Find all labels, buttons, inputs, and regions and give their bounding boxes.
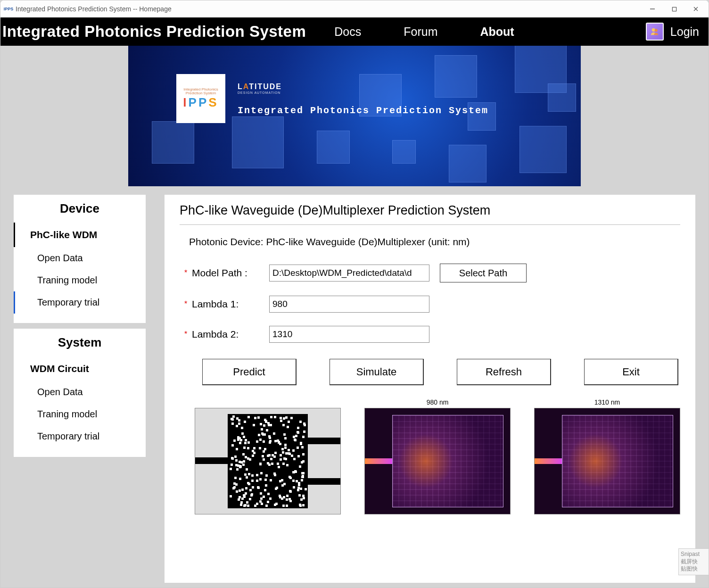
required-marker: *: [180, 330, 192, 339]
window-titlebar: IPPS Integrated Photonics Prediction Sys…: [0, 0, 709, 17]
banner-tagline: Integrated Photonics Prediction System: [238, 105, 488, 116]
window-minimize-button[interactable]: [642, 2, 663, 16]
nav-link-docs[interactable]: Docs: [334, 25, 361, 39]
preview-caption-field2: 1310 nm: [594, 398, 620, 407]
action-button-row: Predict Simulate Refresh Exit: [180, 349, 680, 390]
sidebar-section-wdm-circuit[interactable]: WDM Circuit: [14, 356, 146, 381]
sidebar-item-device-training-model[interactable]: Traning model: [14, 269, 146, 291]
input-model-path[interactable]: [269, 265, 429, 282]
hero-banner: Integrated PhotonicsPrediction System IP…: [128, 46, 581, 186]
nav-link-forum[interactable]: Forum: [404, 25, 437, 39]
form-row-model-path: * Model Path : Select Path: [180, 257, 680, 289]
preview-structure-image: [195, 408, 341, 514]
sidebar-header-system: System: [14, 329, 146, 356]
label-lambda2: Lambda 2:: [192, 329, 269, 340]
input-lambda2[interactable]: [269, 326, 429, 343]
required-marker: *: [180, 300, 192, 308]
panel-title: PhC-like Waveguide (De)Multiplexer Predi…: [180, 203, 680, 225]
preview-row: 980 nm 1310 nm: [180, 390, 680, 514]
refresh-button[interactable]: Refresh: [457, 359, 551, 385]
input-lambda1[interactable]: [269, 296, 429, 313]
brand-title: Integrated Photonics Prediction System: [2, 23, 306, 41]
exit-button[interactable]: Exit: [584, 359, 678, 385]
predict-button[interactable]: Predict: [202, 359, 297, 385]
sidebar-group-device: Device PhC-like WDM Open Data Traning mo…: [14, 195, 146, 323]
panel-subtitle: Photonic Device: PhC-like Waveguide (De)…: [180, 225, 680, 257]
select-path-button[interactable]: Select Path: [440, 264, 527, 282]
preview-field2-image: [534, 408, 680, 514]
label-lambda1: Lambda 1:: [192, 298, 269, 310]
sidebar-group-system: System WDM Circuit Open Data Traning mod…: [14, 329, 146, 457]
login-link[interactable]: Login: [670, 25, 699, 39]
svg-point-5: [654, 29, 657, 32]
sidebar-header-device: Device: [14, 195, 146, 223]
sidebar-item-device-open-data[interactable]: Open Data: [14, 247, 146, 269]
window-title: Integrated Photonics Prediction System -…: [16, 5, 172, 13]
preview-field1-image: [364, 408, 511, 514]
snipaste-overlay: Snipast 截屏快 贴图快: [678, 548, 709, 575]
sidebar-item-system-temporary-trial[interactable]: Temporary trial: [14, 425, 146, 447]
latitude-logo: LATITUDE DESIGN AUTOMATION: [238, 83, 282, 94]
top-nav: Integrated Photonics Prediction System D…: [0, 17, 709, 46]
login-avatar-icon[interactable]: [646, 23, 664, 41]
required-marker: *: [180, 269, 192, 277]
window-close-button[interactable]: [685, 2, 707, 16]
ipps-logo: Integrated PhotonicsPrediction System IP…: [176, 74, 225, 123]
window-maximize-button[interactable]: [663, 2, 685, 16]
preview-caption-field1: 980 nm: [427, 398, 449, 407]
sidebar-section-phc-wdm[interactable]: PhC-like WDM: [14, 223, 146, 247]
form-row-lambda1: * Lambda 1:: [180, 289, 680, 319]
main-panel: PhC-like Waveguide (De)Multiplexer Predi…: [165, 195, 695, 583]
sidebar-item-system-open-data[interactable]: Open Data: [14, 381, 146, 403]
svg-rect-1: [672, 7, 676, 11]
simulate-button[interactable]: Simulate: [330, 359, 424, 385]
sidebar: Device PhC-like WDM Open Data Traning mo…: [14, 195, 146, 583]
form-row-lambda2: * Lambda 2:: [180, 319, 680, 349]
app-icon: IPPS: [4, 5, 13, 13]
nav-link-about[interactable]: About: [480, 25, 514, 39]
label-model-path: Model Path :: [192, 267, 269, 279]
sidebar-item-device-temporary-trial[interactable]: Temporary trial: [14, 291, 146, 314]
sidebar-item-system-training-model[interactable]: Traning model: [14, 403, 146, 425]
